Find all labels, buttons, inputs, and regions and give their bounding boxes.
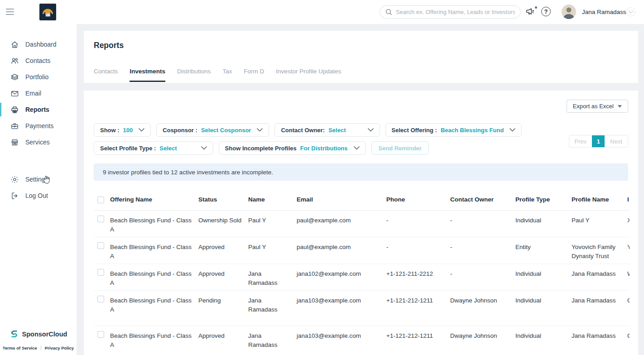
sidebar-item-contacts[interactable]: Contacts [0, 53, 77, 69]
sidebar-item-payments[interactable]: Payments [0, 118, 77, 134]
investments-table: Offering Name Status Name Email Phone Co… [94, 192, 630, 355]
col-name: Name [248, 192, 297, 210]
megaphone-icon [525, 7, 535, 17]
row-checkbox[interactable] [97, 331, 104, 338]
cell-profile-name: Jana Ramadass [572, 326, 627, 355]
export-as-excel-button[interactable]: Export as Excel [567, 100, 628, 113]
select-all-checkbox[interactable] [97, 197, 104, 203]
cell-name: Paul Y [248, 237, 297, 264]
col-email: Email [297, 192, 386, 210]
report-tabs: Contacts Investments Distributions Tax F… [94, 68, 628, 82]
profile-type-filter[interactable]: Select Profile Type : Select [94, 141, 213, 155]
privacy-policy-link[interactable]: Privacy Policy [45, 345, 74, 350]
sidebar-item-dashboard[interactable]: Dashboard [0, 36, 77, 53]
cell-profile-type: Individual [515, 291, 572, 326]
sidebar-item-settings[interactable]: Settings [0, 171, 77, 187]
cell-profile-type: Individual [515, 264, 572, 290]
sunrise-logo-icon [39, 4, 56, 20]
current-page[interactable]: 1 [592, 135, 605, 148]
user-menu-chevron[interactable] [626, 7, 635, 16]
hamburger-menu-icon[interactable] [6, 9, 14, 15]
cell-contact-owner: - [450, 264, 515, 290]
gear-icon [10, 175, 19, 184]
cell-offering: Beach Blessings Fund - Class A [110, 264, 198, 290]
cell-status: Approved [198, 326, 248, 355]
mouse-cursor [42, 175, 51, 187]
cell-contact-owner: - [450, 237, 515, 264]
chevron-down-icon [509, 128, 515, 132]
app-logo[interactable] [39, 4, 56, 20]
cell-phone: - [386, 211, 450, 237]
home-icon [10, 40, 19, 49]
sidebar-item-email[interactable]: Email [0, 85, 77, 101]
incomplete-profiles-filter[interactable]: Show Incomplete Profiles For Distributio… [219, 141, 366, 155]
row-checkbox[interactable] [97, 216, 104, 222]
col-clipped: I [627, 192, 630, 210]
cell-profile-name: Jana Ramadass [572, 264, 627, 290]
col-status: Status [198, 192, 248, 210]
notification-dot [535, 6, 537, 9]
col-offering-name: Offering Name [110, 192, 198, 210]
cell-profile-name: Paul Y [572, 211, 627, 237]
sidebar-item-reports[interactable]: Reports [0, 101, 77, 118]
table-row: Beach Blessings Fund - Class A Ownership… [94, 211, 630, 237]
reports-header-card: Reports Contacts Investments Distributio… [84, 31, 638, 83]
select-offering-filter[interactable]: Select Offering : Beach Blessings Fund [385, 123, 522, 137]
cell-phone: +1-121-211-2212 [386, 264, 450, 290]
row-checkbox[interactable] [97, 269, 104, 276]
chevron-down-icon [201, 146, 207, 150]
page-title: Reports [94, 41, 628, 50]
topbar: ? Jana Ramadass [0, 0, 644, 24]
filters-row-1: Show : 100 Cosponsor : Select Cosponsor … [94, 123, 628, 137]
cell-name: Paul Y [248, 211, 297, 237]
cell-offering: Beach Blessings Fund - Class A [110, 211, 198, 237]
cell-clipped: C [627, 326, 630, 355]
sidebar-item-logout[interactable]: Log Out [0, 187, 77, 204]
sponsorcloud-brand[interactable]: SponsorCloud [0, 329, 77, 339]
user-avatar[interactable] [562, 5, 576, 19]
cell-clipped: C [627, 291, 630, 326]
tab-form-d[interactable]: Form D [244, 68, 264, 82]
tab-contacts[interactable]: Contacts [94, 68, 118, 82]
cosponsor-filter[interactable]: Cosponsor : Select Cosponsor [156, 123, 269, 137]
sidebar-item-services[interactable]: Services [0, 134, 77, 150]
cell-clipped: W [627, 264, 630, 290]
sidebar-item-label: Reports [25, 106, 49, 113]
cell-name: Jana Ramadass [248, 326, 297, 355]
table-header-row: Offering Name Status Name Email Phone Co… [94, 192, 630, 211]
envelope-icon [10, 89, 19, 98]
layers-icon [10, 73, 19, 82]
tab-investments[interactable]: Investments [130, 68, 165, 82]
search-input[interactable] [396, 9, 515, 15]
terms-of-service-link[interactable]: Terms of Service [3, 345, 37, 350]
cell-email: paul@example.com [297, 211, 386, 237]
announcements-button[interactable] [525, 7, 538, 18]
user-name[interactable]: Jana Ramadass [582, 9, 626, 15]
help-button[interactable]: ? [541, 7, 551, 16]
contacts-icon [10, 57, 19, 65]
contact-owner-filter[interactable]: Contact Owner: Select [274, 123, 380, 137]
printer-icon [10, 106, 19, 114]
sidebar-item-label: Portfolio [25, 73, 48, 81]
cell-status: Approved [198, 264, 248, 290]
row-checkbox[interactable] [97, 242, 104, 249]
investments-report-card: Export as Excel Show : 100 Cosponsor : S… [84, 91, 638, 355]
sidebar-item-portfolio[interactable]: Portfolio [0, 69, 77, 85]
sidebar-item-label: Email [25, 90, 41, 97]
table-row: Beach Blessings Fund - Class A Pending J… [94, 291, 630, 326]
prev-page-button[interactable]: Prev [569, 138, 592, 145]
table-row: Beach Blessings Fund - Class A Approved … [94, 264, 630, 291]
footer-divider [41, 345, 41, 350]
main-content: Reports Contacts Investments Distributio… [77, 24, 644, 355]
show-filter[interactable]: Show : 100 [94, 123, 151, 137]
chevron-down-icon [629, 10, 633, 14]
filters-row-2: Select Profile Type : Select Show Incomp… [94, 141, 628, 155]
sponsorcloud-logo-icon [10, 329, 19, 339]
next-page-button[interactable]: Next [605, 138, 628, 145]
tab-tax[interactable]: Tax [222, 68, 232, 82]
tab-investor-profile-updates[interactable]: Investor Profile Updates [276, 68, 341, 82]
row-checkbox[interactable] [97, 296, 104, 302]
send-reminder-button[interactable]: Send Reminder [371, 141, 429, 155]
tab-distributions[interactable]: Distributions [177, 68, 211, 82]
cell-profile-name: Jana Ramadass [572, 291, 627, 326]
